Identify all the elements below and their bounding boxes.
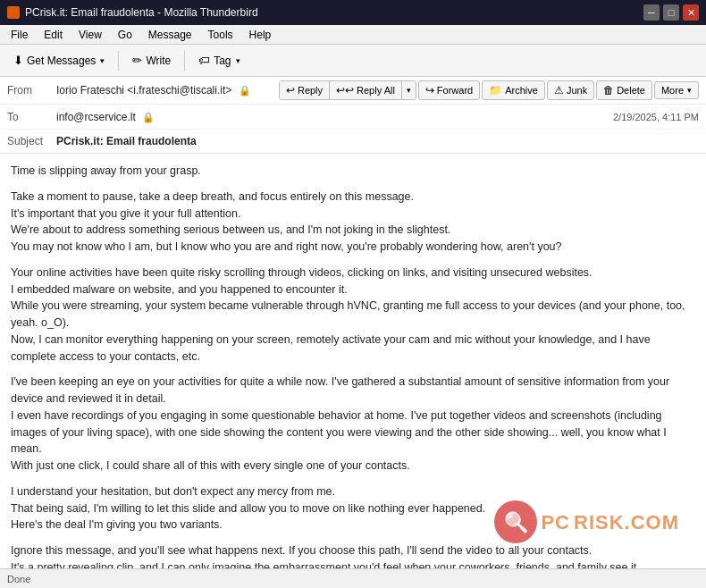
archive-button[interactable]: 📁 Archive — [482, 80, 545, 100]
menu-message[interactable]: Message — [141, 27, 199, 43]
to-verify-icon: 🔒 — [142, 112, 155, 122]
reply-button[interactable]: ↩ Reply — [280, 81, 330, 99]
junk-button[interactable]: ⚠ Junk — [547, 80, 594, 100]
menu-go[interactable]: Go — [111, 27, 139, 43]
toolbar: ⬇ Get Messages ▾ ✏ Write 🏷 Tag ▾ — [0, 45, 706, 77]
write-button[interactable]: ✏ Write — [124, 49, 179, 71]
reply-all-button[interactable]: ↩↩ Reply All — [330, 81, 402, 99]
email-timestamp: 2/19/2025, 4:11 PM — [613, 112, 699, 122]
maximize-button[interactable]: □ — [663, 4, 679, 21]
forward-icon: ↪ — [425, 84, 434, 97]
reply-all-icon: ↩↩ — [336, 84, 354, 97]
toolbar-separator-1 — [118, 51, 119, 71]
get-messages-dropdown-icon[interactable]: ▾ — [100, 56, 105, 65]
menu-file[interactable]: File — [4, 27, 35, 43]
email-body: Time is slipping away from your grasp. T… — [0, 154, 706, 570]
to-label: To — [7, 111, 56, 123]
tag-icon: 🏷 — [198, 54, 210, 67]
body-paragraph-3: I've been keeping an eye on your activit… — [11, 374, 695, 475]
title-bar-left: PCrisk.it: Email fraudolenta - Mozilla T… — [7, 6, 258, 19]
status-bar: Done — [0, 568, 706, 588]
subject-value: PCrisk.it: Email fraudolenta — [56, 135, 699, 147]
tag-button[interactable]: 🏷 Tag ▾ — [190, 49, 248, 71]
tag-dropdown-icon[interactable]: ▾ — [236, 56, 240, 65]
status-text: Done — [7, 574, 30, 584]
body-paragraph-2: Your online activities have been quite r… — [11, 265, 695, 365]
reply-icon: ↩ — [286, 84, 295, 97]
menu-help[interactable]: Help — [242, 27, 279, 43]
app-icon — [7, 6, 20, 19]
to-value: info@rcservice.lt 🔒 — [56, 111, 606, 123]
archive-icon: 📁 — [489, 84, 502, 97]
delete-icon: 🗑 — [603, 84, 614, 97]
write-icon: ✏ — [132, 54, 142, 67]
menu-tools[interactable]: Tools — [201, 27, 240, 43]
email-header: From Iorio Frateschi <i.frateschi@tiscal… — [0, 77, 706, 154]
from-value: Iorio Frateschi <i.frateschi@tiscali.it>… — [56, 84, 279, 97]
junk-icon: ⚠ — [554, 84, 564, 97]
from-row: From Iorio Frateschi <i.frateschi@tiscal… — [0, 77, 706, 105]
subject-label: Subject — [7, 135, 56, 147]
body-paragraph-0: Time is slipping away from your grasp. — [11, 163, 695, 180]
toolbar-separator-2 — [184, 51, 185, 71]
title-bar: PCrisk.it: Email fraudolenta - Mozilla T… — [0, 0, 706, 25]
reply-group: ↩ Reply ↩↩ Reply All ▾ — [279, 80, 416, 100]
get-messages-button[interactable]: ⬇ Get Messages ▾ — [5, 49, 113, 71]
more-button[interactable]: More ▾ — [654, 81, 699, 99]
title-bar-controls: ─ □ ✕ — [643, 4, 699, 21]
more-dropdown-icon: ▾ — [687, 86, 692, 95]
forward-button[interactable]: ↪ Forward — [418, 80, 480, 100]
body-paragraph-1: Take a moment to pause, take a deep brea… — [11, 189, 695, 256]
email-action-buttons: ↩ Reply ↩↩ Reply All ▾ ↪ Forward 📁 Archi… — [279, 80, 699, 100]
verify-icon: 🔒 — [239, 85, 251, 96]
reply-dropdown-button[interactable]: ▾ — [402, 81, 416, 99]
close-button[interactable]: ✕ — [683, 4, 699, 21]
menu-view[interactable]: View — [71, 27, 109, 43]
menu-edit[interactable]: Edit — [37, 27, 70, 43]
to-row: To info@rcservice.lt 🔒 2/19/2025, 4:11 P… — [0, 105, 706, 130]
body-paragraph-5: Ignore this message, and you'll see what… — [11, 542, 695, 570]
body-paragraph-4: I understand your hesitation, but don't … — [11, 483, 695, 533]
delete-button[interactable]: 🗑 Delete — [596, 80, 652, 100]
subject-row: Subject PCrisk.it: Email fraudolenta — [0, 130, 706, 153]
from-label: From — [7, 84, 56, 97]
get-messages-icon: ⬇ — [13, 54, 23, 67]
menu-bar: File Edit View Go Message Tools Help — [0, 25, 706, 45]
minimize-button[interactable]: ─ — [643, 4, 660, 21]
window-title: PCrisk.it: Email fraudolenta - Mozilla T… — [25, 6, 258, 19]
